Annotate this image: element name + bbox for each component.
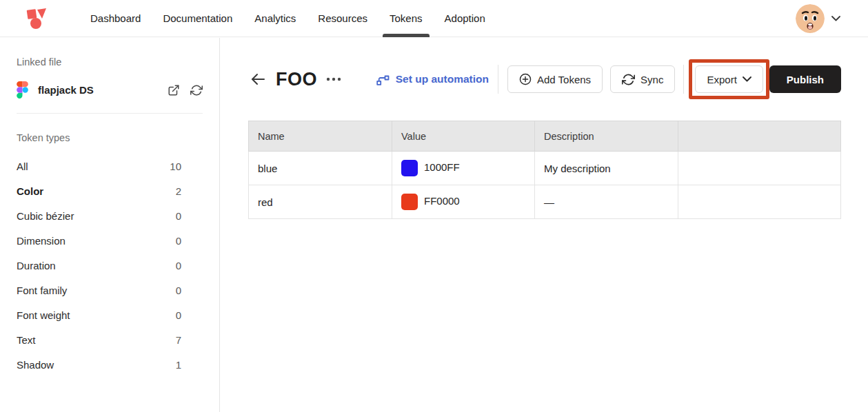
add-tokens-label: Add Tokens (537, 74, 591, 85)
annotation-highlight-box: Export (689, 59, 769, 99)
table-header-row: NameValueDescription (249, 121, 841, 152)
token-name-cell[interactable]: red (249, 185, 392, 219)
token-description-cell[interactable]: — (535, 185, 678, 219)
table-header-cell (678, 121, 841, 152)
token-type-item-duration[interactable]: Duration0 (17, 253, 203, 278)
token-type-label: Font family (17, 285, 67, 296)
table-header-cell: Name (249, 121, 392, 152)
actions-divider-2 (683, 65, 684, 94)
token-type-label: Dimension (17, 235, 65, 247)
linked-file-label: Linked file (17, 56, 203, 68)
more-options-icon[interactable] (326, 77, 341, 81)
sidebar: Linked file flapjack DS (0, 38, 220, 412)
token-type-count: 0 (176, 285, 181, 296)
automation-workflow-icon (376, 73, 390, 85)
sidebar-divider (17, 113, 203, 114)
token-extra-cell (678, 152, 841, 185)
token-value-cell[interactable]: 1000FF (392, 152, 535, 185)
token-name-cell[interactable]: blue (249, 152, 392, 185)
sync-button[interactable]: Sync (610, 65, 675, 93)
token-type-item-font-family[interactable]: Font family0 (17, 278, 203, 302)
nav-item-label: Adoption (445, 12, 485, 24)
token-value-cell[interactable]: FF0000 (392, 185, 535, 219)
tokens-table: NameValueDescription blue1000FFMy descri… (248, 121, 841, 219)
back-arrow-button[interactable] (250, 73, 265, 85)
nav-item-dashboard[interactable]: Dashboard (79, 0, 152, 37)
token-type-label: Font weight (17, 309, 70, 321)
token-type-count: 0 (176, 235, 181, 247)
refresh-sync-icon[interactable] (190, 84, 203, 96)
color-swatch (401, 160, 418, 176)
export-label: Export (707, 74, 736, 85)
nav-item-documentation[interactable]: Documentation (152, 0, 243, 37)
token-type-item-text[interactable]: Text7 (17, 327, 203, 352)
active-tab-underline (383, 34, 430, 37)
export-button[interactable]: Export (695, 65, 763, 93)
linked-file-name: flapjack DS (38, 84, 94, 96)
token-extra-cell (678, 185, 841, 219)
token-type-label: All (17, 161, 28, 172)
nav-item-analytics[interactable]: Analytics (243, 0, 307, 37)
token-type-item-color[interactable]: Color2 (17, 178, 203, 203)
nav-item-adoption[interactable]: Adoption (434, 0, 496, 37)
actions-divider (498, 65, 498, 94)
token-value-text: FF0000 (424, 195, 460, 207)
token-description-cell[interactable]: My description (535, 152, 678, 185)
user-avatar[interactable] (796, 4, 825, 33)
figma-icon (17, 81, 28, 99)
token-type-item-shadow[interactable]: Shadow1 (17, 352, 203, 377)
token-type-label: Text (17, 334, 36, 346)
token-type-item-font-weight[interactable]: Font weight0 (17, 302, 203, 327)
token-type-count: 0 (176, 309, 181, 321)
account-menu[interactable] (796, 4, 840, 33)
main-content: FOO Set up automation (221, 38, 868, 412)
page-title: FOO (276, 69, 317, 90)
chevron-down-icon[interactable] (831, 16, 840, 21)
token-type-label: Shadow (17, 359, 54, 371)
token-type-label: Color (17, 185, 43, 197)
token-type-item-dimension[interactable]: Dimension0 (17, 228, 203, 253)
nav-item-label: Documentation (163, 12, 232, 24)
table-body: blue1000FFMy descriptionredFF0000— (249, 152, 841, 219)
token-types-label: Token types (17, 132, 203, 143)
token-type-count: 7 (176, 334, 181, 346)
circle-plus-icon (519, 73, 532, 85)
open-external-link-icon[interactable] (168, 84, 180, 96)
token-type-item-cubic-b-zier[interactable]: Cubic bézier0 (17, 203, 203, 228)
add-tokens-button[interactable]: Add Tokens (507, 65, 603, 93)
token-type-count: 0 (176, 210, 181, 222)
sync-label: Sync (640, 74, 663, 85)
setup-automation-link[interactable]: Set up automation (376, 73, 489, 85)
token-type-count: 1 (176, 359, 181, 371)
nav-item-label: Analytics (254, 12, 296, 24)
main-nav: DashboardDocumentationAnalyticsResources… (79, 0, 496, 37)
page-actions: Set up automation Add Tokens (376, 59, 841, 99)
table-row[interactable]: blue1000FFMy description (249, 152, 841, 185)
color-swatch (401, 194, 418, 210)
app-logo-icon[interactable] (26, 8, 47, 30)
table-row[interactable]: redFF0000— (249, 185, 841, 219)
token-value-text: 1000FF (424, 161, 460, 173)
top-navigation-bar: DashboardDocumentationAnalyticsResources… (0, 0, 868, 37)
token-type-count: 10 (170, 161, 181, 172)
nav-item-label: Dashboard (90, 12, 141, 24)
table-header-cell: Value (392, 121, 535, 152)
nav-item-tokens[interactable]: Tokens (379, 0, 434, 37)
linked-file-row: flapjack DS (17, 81, 203, 99)
chevron-down-icon (743, 76, 751, 82)
token-type-count: 0 (176, 260, 181, 271)
sync-icon (622, 73, 635, 86)
token-type-item-all[interactable]: All10 (17, 154, 203, 178)
token-type-label: Duration (17, 260, 56, 271)
token-type-count: 2 (176, 185, 181, 197)
nav-item-resources[interactable]: Resources (307, 0, 379, 37)
token-type-label: Cubic bézier (17, 210, 74, 222)
table-header-cell: Description (535, 121, 678, 152)
page-header: FOO Set up automation (250, 59, 841, 99)
nav-item-label: Tokens (390, 12, 423, 24)
nav-item-label: Resources (318, 12, 367, 24)
setup-automation-label: Set up automation (396, 73, 489, 85)
publish-button[interactable]: Publish (769, 65, 841, 93)
token-types-list: All10Color2Cubic bézier0Dimension0Durati… (17, 154, 203, 377)
